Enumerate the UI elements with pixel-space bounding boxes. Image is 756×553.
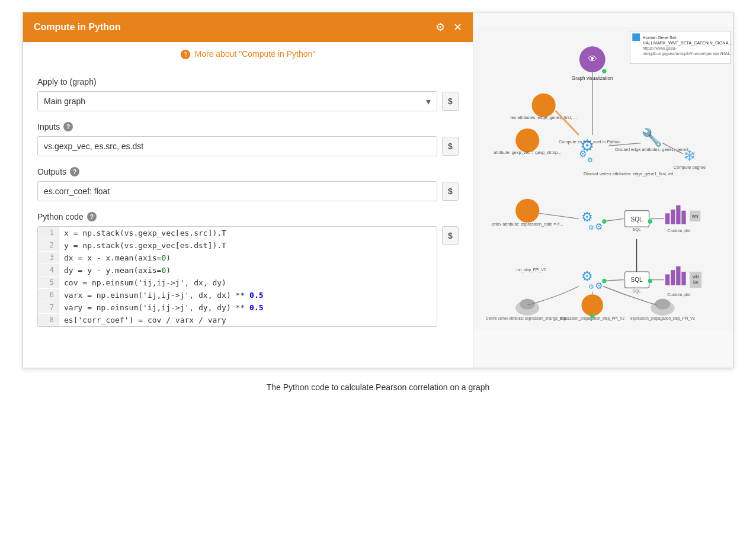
inputs-field[interactable] bbox=[37, 136, 437, 156]
svg-text:ion_step_PPI_V2: ion_step_PPI_V2 bbox=[517, 268, 546, 272]
outputs-info-icon[interactable]: ? bbox=[70, 167, 79, 176]
svg-text:Custom plot: Custom plot bbox=[667, 228, 690, 233]
outputs-field-group: Outputs ? $ bbox=[37, 167, 459, 201]
panel-title: Compute in Python bbox=[34, 22, 121, 33]
svg-text:Discard vertex attributes: edg: Discard vertex attributes: edge_gene1_fi… bbox=[584, 171, 677, 176]
svg-text:⚙: ⚙ bbox=[595, 222, 603, 232]
svg-text:Compute es.corr_coef in Python: Compute es.corr_coef in Python bbox=[559, 139, 620, 144]
svg-text:Compute degree: Compute degree bbox=[674, 165, 706, 170]
svg-text:https://www.gsea-: https://www.gsea- bbox=[643, 46, 677, 51]
inputs-label: Inputs ? bbox=[37, 122, 459, 131]
svg-point-65 bbox=[582, 294, 604, 316]
line-code-6: varx = np.einsum('ij,ij->j', dx, dx) ** … bbox=[59, 289, 268, 301]
svg-text:attribute: gexp_vec = gexp_str: attribute: gexp_vec = gexp_str:sp... bbox=[494, 150, 561, 155]
svg-point-71 bbox=[602, 219, 606, 223]
graph-dollar-button[interactable]: $ bbox=[442, 92, 459, 111]
close-icon[interactable]: ✕ bbox=[453, 21, 462, 34]
line-code-4: dy = y - y.mean(axis=0) bbox=[59, 264, 175, 276]
line-code-5: cov = np.einsum('ij,ij->j', dx, dy) bbox=[59, 276, 231, 289]
inputs-dollar-button[interactable]: $ bbox=[442, 137, 459, 156]
line-code-8: es['corr_coef'] = cov / varx / vary bbox=[59, 314, 231, 326]
code-section-row: 1 x = np.stack(vs.gexp_vec[es.src]).T 2 … bbox=[37, 226, 459, 327]
svg-text:SQL: SQL bbox=[631, 276, 643, 283]
svg-rect-38 bbox=[676, 205, 680, 224]
line-code-7: vary = np.einsum('ij,ij->j', dy, dy) ** … bbox=[59, 301, 268, 314]
svg-text:Derive vertex attribute: expre: Derive vertex attribute: expression_chan… bbox=[486, 316, 569, 321]
inputs-info-icon[interactable]: ? bbox=[63, 122, 73, 131]
svg-point-10 bbox=[602, 69, 606, 73]
help-link[interactable]: ? More about "Compute in Python" bbox=[23, 42, 473, 66]
line-num-5: 5 bbox=[38, 276, 59, 288]
svg-text:Slu: Slu bbox=[693, 280, 699, 284]
svg-text:tex attributes: edge_gene1_fir: tex attributes: edge_gene1_first, ... bbox=[510, 115, 576, 120]
right-panel: Human Gene Set: HALLMARK_WNT_BETA_CATENI… bbox=[473, 12, 733, 368]
line-code-1: x = np.stack(vs.gexp_vec[es.src]).T bbox=[59, 227, 231, 239]
svg-point-11 bbox=[532, 94, 556, 117]
main-container: Compute in Python ⚙ ✕ ? More about "Comp… bbox=[23, 12, 733, 368]
svg-point-75 bbox=[590, 314, 594, 318]
svg-point-68 bbox=[655, 298, 671, 309]
line-num-2: 2 bbox=[38, 239, 59, 251]
graph-canvas: Human Gene Set: HALLMARK_WNT_BETA_CATENI… bbox=[473, 12, 733, 344]
graph-field-row: Main graph ▾ $ bbox=[37, 91, 459, 111]
svg-rect-53 bbox=[671, 270, 675, 285]
code-field-group: Python code ? 1 x = np.stack(vs.gexp_vec… bbox=[37, 212, 459, 327]
svg-rect-36 bbox=[665, 213, 669, 224]
line-code-3: dx = x - x.mean(axis=0) bbox=[59, 252, 175, 264]
svg-text:expression_propagation_step_PP: expression_propagation_step_PPI_V2 bbox=[630, 316, 695, 321]
svg-point-74 bbox=[602, 279, 606, 283]
panel-body: Apply to (graph) Main graph ▾ $ Inputs bbox=[23, 66, 473, 368]
svg-point-73 bbox=[648, 279, 652, 283]
svg-text:WN: WN bbox=[693, 275, 699, 279]
gear-icon[interactable]: ⚙ bbox=[435, 21, 445, 34]
line-num-1: 1 bbox=[38, 227, 59, 239]
code-line-4: 4 dy = y - y.mean(axis=0) bbox=[38, 264, 437, 276]
header-icons: ⚙ ✕ bbox=[435, 21, 462, 34]
line-num-3: 3 bbox=[38, 252, 59, 263]
inputs-row: $ bbox=[37, 136, 459, 156]
graph-select[interactable]: Main graph bbox=[38, 92, 437, 111]
line-num-8: 8 bbox=[38, 314, 59, 326]
svg-text:ertex attribute: expression_ra: ertex attribute: expression_ratio = if..… bbox=[492, 221, 563, 227]
svg-text:SQL: SQL bbox=[632, 227, 641, 232]
code-line-7: 7 vary = np.einsum('ij,ij->j', dy, dy) *… bbox=[38, 301, 437, 314]
svg-point-72 bbox=[648, 219, 652, 223]
svg-text:⚙: ⚙ bbox=[595, 281, 603, 291]
svg-rect-2 bbox=[632, 33, 640, 41]
code-line-8: 8 es['corr_coef'] = cov / varx / vary bbox=[38, 314, 437, 326]
svg-text:Custom plot: Custom plot bbox=[667, 292, 690, 297]
help-circle-icon: ? bbox=[181, 50, 190, 59]
inputs-field-group: Inputs ? $ bbox=[37, 122, 459, 156]
outputs-field[interactable] bbox=[37, 181, 437, 201]
code-line-1: 1 x = np.stack(vs.gexp_vec[es.src]).T bbox=[38, 227, 437, 239]
svg-point-28 bbox=[515, 199, 539, 223]
svg-text:HALLMARK_WNT_BETA_CATENIN_SIGN: HALLMARK_WNT_BETA_CATENIN_SIGNA... bbox=[643, 40, 732, 46]
svg-text:⚙: ⚙ bbox=[588, 224, 594, 231]
svg-point-22 bbox=[515, 128, 539, 152]
help-link-text: More about "Compute in Python" bbox=[195, 49, 316, 59]
code-info-icon[interactable]: ? bbox=[87, 212, 97, 221]
svg-rect-52 bbox=[665, 274, 669, 285]
svg-rect-54 bbox=[676, 266, 680, 285]
outputs-dollar-button[interactable]: $ bbox=[442, 182, 459, 201]
svg-text:WN: WN bbox=[692, 214, 699, 218]
svg-text:Human Gene Set:: Human Gene Set: bbox=[643, 35, 677, 40]
svg-text:msigdb.org/gsea/msigdb/human/g: msigdb.org/gsea/msigdb/human/geneset/HAL… bbox=[643, 51, 733, 56]
svg-rect-39 bbox=[681, 211, 685, 224]
line-num-4: 4 bbox=[38, 264, 59, 276]
svg-text:⚙: ⚙ bbox=[587, 156, 593, 163]
code-line-3: 3 dx = x - x.mean(axis=0) bbox=[38, 252, 437, 264]
svg-text:⚙: ⚙ bbox=[581, 210, 593, 224]
line-num-6: 6 bbox=[38, 289, 59, 301]
outputs-label: Outputs ? bbox=[37, 167, 459, 176]
line-code-2: y = np.stack(vs.gexp_vec[es.dst]).T bbox=[59, 239, 231, 252]
left-panel: Compute in Python ⚙ ✕ ? More about "Comp… bbox=[23, 12, 473, 368]
graph-select-wrapper: Main graph ▾ bbox=[37, 91, 437, 111]
code-editor[interactable]: 1 x = np.stack(vs.gexp_vec[es.src]).T 2 … bbox=[37, 226, 437, 327]
svg-text:SQL: SQL bbox=[632, 288, 641, 294]
svg-text:⚙: ⚙ bbox=[581, 269, 593, 284]
code-line-2: 2 y = np.stack(vs.gexp_vec[es.dst]).T bbox=[38, 239, 437, 252]
svg-text:SQL: SQL bbox=[631, 216, 643, 223]
svg-rect-37 bbox=[671, 210, 675, 224]
code-dollar-button[interactable]: $ bbox=[442, 226, 459, 245]
